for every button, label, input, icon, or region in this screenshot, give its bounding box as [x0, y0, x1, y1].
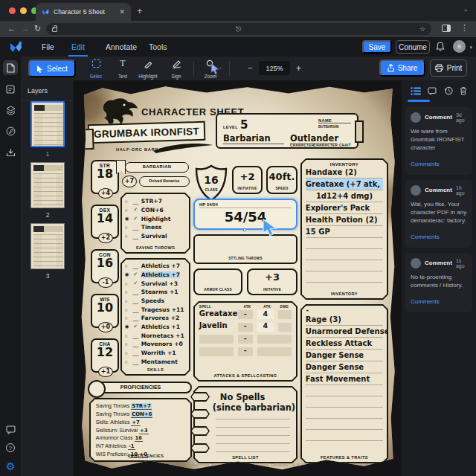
hp-box-selected[interactable]: HP 54/54 54/54: [193, 199, 298, 230]
comment-card[interactable]: Comment 1h ago Wal, you fike. Your chara…: [405, 180, 472, 248]
tab-search-icon[interactable]: ⌄: [463, 5, 469, 13]
proficiencies-box[interactable]: Saving Throws STR+7 Saving Throws CON+6 …: [89, 398, 192, 462]
spell-slot-hex[interactable]: [190, 409, 210, 419]
inventory-item[interactable]: Health Potion (2): [306, 214, 383, 226]
skill-row[interactable]: ○__Nornetacs +1: [122, 331, 189, 340]
armor-class-shield[interactable]: 16 CLASS: [195, 164, 228, 202]
avatar[interactable]: S: [453, 40, 466, 53]
feature-item[interactable]: Danger Sense: [306, 350, 383, 361]
attack-row[interactable]: -: [195, 346, 296, 358]
character-name-banner[interactable]: GRUMBAK IRONFIST: [88, 121, 206, 144]
inventory-item[interactable]: 15 GP: [306, 226, 383, 238]
spell-slot-hex[interactable]: [190, 443, 210, 453]
ability-con[interactable]: CON 16 -1: [91, 249, 119, 283]
add-comment-tab-icon[interactable]: [428, 87, 437, 95]
minimize-window-button[interactable]: [20, 7, 27, 14]
hp-value[interactable]: 54/54: [195, 209, 296, 225]
feedback-chat-icon[interactable]: [3, 422, 18, 437]
browser-sidepanel-icon[interactable]: [442, 25, 451, 32]
skill-row[interactable]: ○__Farvores +2: [122, 314, 189, 323]
skill-row[interactable]: ○__Movenors +0: [122, 340, 189, 349]
selection-handle[interactable]: [243, 228, 246, 231]
history-tab-icon[interactable]: [444, 86, 453, 95]
skill-row[interactable]: ◉✓Athletics +7: [122, 270, 189, 279]
skills-box[interactable]: ○__Athletics +7 ◉✓Athletics +7 ○✓Surviva…: [120, 258, 190, 376]
attack-row[interactable]: -: [195, 334, 296, 347]
menu-edit[interactable]: Edit: [68, 37, 88, 57]
trash-tab-icon[interactable]: [460, 86, 467, 95]
save-row[interactable]: ○__Tiness: [122, 223, 189, 232]
highlight-tool[interactable]: Highlight: [135, 59, 161, 79]
comments-link[interactable]: Comments: [411, 234, 440, 240]
forward-button[interactable]: →: [21, 24, 29, 33]
ability-wis[interactable]: WIS 10 +0: [91, 294, 119, 328]
comment-card[interactable]: Comment 3d ago We ware from Grumbak IRON…: [405, 107, 472, 175]
page-thumbnail-3[interactable]: [30, 223, 65, 269]
menu-annotate[interactable]: Annotate: [103, 37, 140, 57]
notifications-bell-icon[interactable]: [436, 42, 445, 51]
comment-list-tab-icon[interactable]: [411, 87, 421, 95]
print-button[interactable]: Print: [430, 60, 467, 77]
attack-row[interactable]: Javelin - 4: [195, 321, 296, 334]
reload-button[interactable]: ↻: [34, 24, 41, 33]
browser-tab[interactable]: Character 5 Sheet ✕: [36, 3, 131, 21]
attack-row[interactable]: Greataxe - 4: [195, 309, 296, 322]
level-value[interactable]: 5: [240, 118, 248, 132]
level-name-box[interactable]: LEVEL 5 NAME BUTBARIAN Barbarian Outland…: [216, 113, 358, 149]
name-value[interactable]: BUTBARIAN: [318, 125, 351, 129]
select-tool-button[interactable]: Select: [28, 60, 76, 77]
comments-link[interactable]: Comments: [411, 298, 440, 305]
initiative2-box[interactable]: +3 INITATIVE: [247, 268, 298, 295]
text-tool[interactable]: T Text: [110, 59, 135, 79]
feature-item[interactable]: Reckless Attack: [306, 338, 383, 350]
menu-file[interactable]: File: [39, 37, 57, 57]
spell-slot-hex[interactable]: [190, 426, 210, 436]
help-icon[interactable]: ?: [3, 440, 18, 455]
skill-row[interactable]: ○__Speeds: [122, 297, 189, 306]
url-bar[interactable]: ⎋ ☆: [46, 23, 431, 35]
armor-class-box[interactable]: ARMOR CLASS: [193, 268, 242, 295]
inventory-item-highlighted[interactable]: Greataxe (+7 atk,: [306, 178, 383, 190]
annotations-panel-icon[interactable]: [3, 123, 18, 138]
comments-link[interactable]: Comments: [411, 161, 440, 167]
selection-tool[interactable]: Selec: [83, 59, 109, 79]
sttling-throws-box[interactable]: STTLING THROWS: [193, 234, 298, 264]
feature-item[interactable]: Fast Movement: [306, 373, 383, 385]
pages-panel-icon[interactable]: [3, 60, 18, 75]
share-page-icon[interactable]: ⎋: [230, 25, 241, 33]
inventory-item[interactable]: Handaxe (2): [306, 167, 383, 178]
ability-dex[interactable]: DEX 14 +2: [91, 205, 119, 239]
save-row[interactable]: ○__Survival: [122, 232, 189, 241]
page-thumbnail-1[interactable]: [30, 101, 65, 147]
tab-close-icon[interactable]: ✕: [119, 8, 125, 16]
feature-item[interactable]: Rage (3): [306, 314, 383, 326]
features-box[interactable]: - Rage (3) Unarmored Defense Reckless At…: [300, 304, 388, 463]
speed-box[interactable]: 40ft. SPEED: [266, 166, 298, 194]
bookmark-star-icon[interactable]: ☆: [414, 25, 425, 33]
character-sheet-page[interactable]: CHARACTER SHEET GRUMBAK IRONFIST HALF-OR…: [80, 84, 396, 472]
avatar-caret-icon[interactable]: ▾: [469, 45, 472, 51]
skill-row[interactable]: ○__Mentament: [122, 357, 189, 366]
skill-row[interactable]: ◉✓Athletics +1: [122, 323, 189, 332]
skill-row[interactable]: ○__Athletics +7: [122, 262, 189, 271]
close-window-button[interactable]: [9, 7, 16, 14]
menu-tools[interactable]: Tools: [146, 37, 170, 57]
skill-row[interactable]: ○__Stearms +1: [122, 288, 189, 297]
save-row[interactable]: ◉✓Highlight: [122, 214, 189, 223]
skill-row[interactable]: ○✓Survival +3: [122, 279, 189, 288]
save-row[interactable]: ○✓CON+6: [122, 205, 189, 214]
zoom-out-button[interactable]: −: [248, 63, 252, 72]
comment-card[interactable]: Comment 1s ago No te-proenting comments …: [405, 253, 472, 312]
new-tab-button[interactable]: +: [137, 5, 143, 16]
share-button[interactable]: Share: [379, 60, 425, 77]
consume-button[interactable]: Conume: [396, 40, 430, 54]
skill-row[interactable]: ○__Tragesus +11: [122, 305, 189, 314]
pointer-mode-icon[interactable]: [210, 62, 222, 75]
page-thumbnail-2[interactable]: [30, 162, 65, 208]
inventory-item[interactable]: Explorer's Pack: [306, 202, 383, 214]
back-button[interactable]: ←: [7, 24, 16, 33]
skill-row[interactable]: ○__Worrith +1: [122, 349, 189, 358]
saving-throws-box[interactable]: ○__STR+7 ○✓CON+6 ◉✓Highlight ○__Tiness ○…: [120, 193, 190, 254]
inventory-item[interactable]: 1d12+4 dmg): [306, 190, 383, 202]
initiative-box[interactable]: +2 INITIATIVE: [232, 166, 263, 194]
